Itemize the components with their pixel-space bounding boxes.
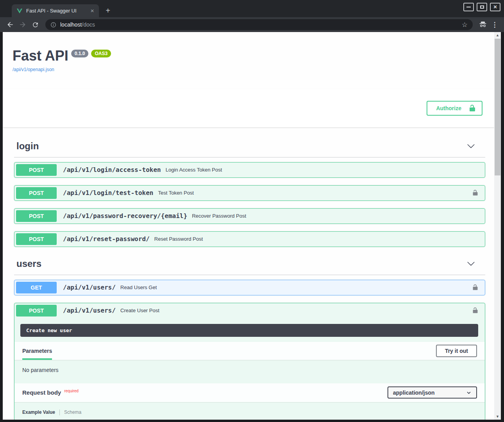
back-button[interactable] — [4, 18, 16, 31]
scheme-container: Authorize — [3, 89, 494, 127]
chevron-down-icon[interactable] — [467, 142, 475, 150]
site-favicon-icon — [16, 8, 23, 14]
endpoint-summary: Recover Password Post — [192, 213, 246, 219]
endpoint-summary: Login Access Token Post — [165, 167, 222, 173]
url-host: localhost — [60, 21, 82, 28]
tag-section-login: login POST /api/v1/login/access-token Lo… — [14, 137, 485, 247]
endpoint-path: /api/v1/password-recovery/{email} — [63, 212, 187, 220]
operations-wrapper: login POST /api/v1/login/access-token Lo… — [3, 127, 494, 420]
opblock-read-users: GET /api/v1/users/ Read Users Get — [14, 280, 485, 295]
operation-summary[interactable]: POST /api/v1/login/access-token Login Ac… — [14, 163, 485, 177]
endpoint-path: /api/v1/login/access-token — [63, 166, 161, 173]
new-tab-button[interactable]: + — [102, 5, 113, 16]
window-controls: ✕ — [463, 3, 500, 11]
maximize-icon — [480, 5, 484, 9]
browser-window: Fast API - Swagger UI ✕ + ✕ — [0, 0, 504, 422]
reload-button[interactable] — [29, 18, 41, 31]
opblock-create-user: POST /api/v1/users/ Create User Post — [14, 303, 485, 420]
select-chevron-down-icon — [466, 390, 472, 395]
tab-example-value[interactable]: Example Value — [22, 409, 55, 415]
opblock-reset-password: POST /api/v1/reset-password/ Reset Passw… — [14, 231, 485, 247]
padlock-open-icon — [472, 284, 479, 291]
operation-summary[interactable]: POST /api/v1/reset-password/ Reset Passw… — [14, 232, 485, 247]
method-badge: GET — [16, 282, 57, 293]
auth-lock-button[interactable] — [471, 306, 479, 315]
operation-summary[interactable]: POST /api/v1/login/test-token Test Token… — [14, 186, 485, 200]
page-viewport: Fast API0.1.0OAS3 /api/v1/openapi.json A… — [3, 32, 501, 420]
opblock-body: Create new user Parameters Try it out No… — [14, 318, 485, 420]
required-flag: required — [64, 389, 79, 393]
example-area: Example Value Schema { — [14, 402, 485, 420]
url-text: localhost/docs — [60, 21, 95, 28]
scrollbar-thumb[interactable] — [495, 39, 500, 175]
endpoint-path: /api/v1/users/ — [63, 284, 116, 291]
scrollbar-up-arrow[interactable]: ▲ — [494, 32, 501, 38]
page-scrollbar[interactable]: ▲ ▼ — [494, 32, 501, 420]
swagger-ui: Fast API0.1.0OAS3 /api/v1/openapi.json A… — [3, 32, 494, 420]
tab-parameters[interactable]: Parameters — [22, 342, 52, 360]
tag-title: users — [16, 258, 41, 269]
forward-button[interactable] — [16, 18, 29, 31]
tab-divider — [59, 409, 60, 415]
minimize-icon — [466, 7, 471, 7]
window-maximize-button[interactable] — [477, 3, 487, 11]
method-badge: POST — [16, 164, 57, 176]
tag-header-users[interactable]: users — [14, 254, 485, 275]
url-path: /docs — [82, 21, 95, 28]
operation-summary[interactable]: GET /api/v1/users/ Read Users Get — [14, 280, 485, 295]
endpoint-summary: Reset Password Post — [154, 236, 203, 242]
incognito-icon — [479, 20, 487, 29]
unlock-icon — [468, 104, 476, 112]
site-info-icon[interactable] — [50, 21, 57, 28]
authorize-label: Authorize — [436, 105, 461, 111]
model-tabs: Example Value Schema — [22, 409, 477, 415]
auth-lock-button[interactable] — [471, 283, 479, 291]
api-info: Fast API0.1.0OAS3 /api/v1/openapi.json — [3, 32, 494, 73]
no-parameters-text: No parameters — [14, 360, 485, 383]
try-it-out-button[interactable]: Try it out — [436, 345, 477, 357]
description-code-block: Create new user — [20, 324, 478, 337]
auth-lock-button[interactable] — [471, 189, 479, 197]
request-body-header: Request bodyrequired application/json — [14, 383, 485, 402]
opblock-password-recovery: POST /api/v1/password-recovery/{email} R… — [14, 208, 485, 224]
padlock-open-icon — [472, 307, 479, 314]
openapi-spec-link[interactable]: /api/v1/openapi.json — [13, 67, 54, 72]
opblock-login-access-token: POST /api/v1/login/access-token Login Ac… — [14, 162, 485, 178]
chevron-down-icon[interactable] — [467, 259, 475, 268]
media-type-value: application/json — [393, 390, 435, 396]
browser-menu-button[interactable]: ⋮ — [489, 21, 500, 29]
version-badge: 0.1.0 — [71, 50, 89, 57]
endpoint-summary: Read Users Get — [120, 284, 157, 290]
opblock-list: GET /api/v1/users/ Read Users Get — [14, 275, 485, 420]
operation-summary[interactable]: POST /api/v1/password-recovery/{email} R… — [14, 209, 485, 224]
parameters-title: Parameters — [22, 348, 52, 354]
operation-summary[interactable]: POST /api/v1/users/ Create User Post — [14, 303, 485, 318]
opblock-list: POST /api/v1/login/access-token Login Ac… — [14, 157, 485, 247]
bookmark-star-icon[interactable]: ☆ — [460, 21, 470, 29]
tab-close-icon[interactable]: ✕ — [89, 7, 96, 14]
operation-description: Create new user — [14, 318, 485, 342]
method-badge: POST — [16, 233, 57, 245]
window-minimize-button[interactable] — [463, 3, 474, 11]
browser-titlebar: Fast API - Swagger UI ✕ + ✕ — [0, 0, 504, 17]
browser-tab[interactable]: Fast API - Swagger UI ✕ — [12, 4, 99, 17]
address-bar[interactable]: localhost/docs ☆ — [45, 19, 473, 30]
tag-header-login[interactable]: login — [14, 137, 485, 157]
authorize-button[interactable]: Authorize — [427, 101, 482, 116]
tab-schema[interactable]: Schema — [64, 409, 81, 415]
parameters-header: Parameters Try it out — [14, 342, 485, 360]
incognito-button[interactable] — [477, 18, 489, 31]
method-badge: POST — [16, 305, 57, 316]
endpoint-summary: Create User Post — [120, 308, 160, 313]
method-badge: POST — [16, 187, 57, 199]
browser-toolbar: localhost/docs ☆ ⋮ — [0, 17, 504, 32]
close-icon: ✕ — [493, 5, 497, 9]
endpoint-summary: Test Token Post — [158, 190, 194, 196]
window-close-button[interactable]: ✕ — [490, 3, 500, 11]
forward-icon — [19, 21, 27, 29]
media-type-select[interactable]: application/json — [387, 386, 477, 399]
request-body-title: Request bodyrequired — [22, 389, 79, 396]
opblock-login-test-token: POST /api/v1/login/test-token Test Token… — [14, 185, 485, 201]
endpoint-path: /api/v1/users/ — [63, 307, 116, 314]
scrollbar-down-arrow[interactable]: ▼ — [494, 413, 501, 420]
